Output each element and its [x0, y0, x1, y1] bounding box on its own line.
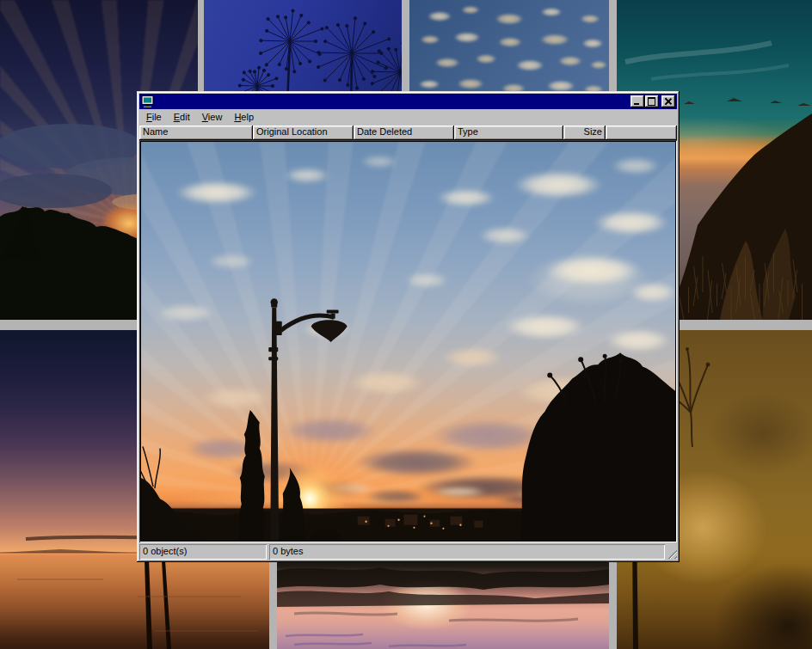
column-header-filler[interactable] — [606, 126, 677, 140]
cloud — [451, 31, 483, 44]
cloud — [556, 55, 585, 67]
column-header-size[interactable]: Size — [563, 126, 606, 140]
menu-item-view[interactable]: View — [196, 110, 229, 125]
cloud — [416, 79, 442, 89]
menu-bar: FileEditViewHelp — [139, 109, 677, 126]
minimize-icon — [634, 103, 639, 105]
cloud — [537, 33, 573, 46]
cloud — [513, 58, 547, 72]
computer-icon[interactable] — [141, 95, 155, 107]
cloud — [538, 7, 564, 17]
maximize-button[interactable] — [645, 95, 659, 107]
status-size: 0 bytes — [269, 544, 665, 560]
street-lamp-silhouette — [268, 298, 347, 541]
column-header-type[interactable]: Type — [454, 126, 563, 140]
cloud — [473, 53, 499, 64]
cypress-tree-silhouette — [239, 410, 265, 541]
minimize-button[interactable] — [631, 95, 644, 107]
status-object-count: 0 object(s) — [139, 544, 267, 560]
recycle-bin-window: FileEditViewHelp NameOriginal LocationDa… — [137, 91, 680, 562]
silhouette-overlay — [141, 142, 675, 541]
cloud — [432, 57, 463, 69]
resize-grip[interactable] — [666, 548, 677, 559]
cloud — [580, 38, 606, 49]
cloud — [459, 5, 482, 15]
window-titlebar[interactable] — [139, 94, 677, 109]
right-tree-silhouette — [520, 352, 675, 541]
maximize-icon — [648, 97, 655, 106]
list-view[interactable] — [139, 140, 677, 542]
menu-item-file[interactable]: File — [140, 110, 168, 125]
menu-item-edit[interactable]: Edit — [168, 110, 196, 125]
status-bar: 0 object(s) 0 bytes — [139, 544, 677, 560]
cloud — [418, 34, 442, 45]
column-header-original-location[interactable]: Original Location — [253, 126, 354, 140]
window-controls — [630, 95, 675, 107]
sunset-streetlamp-photo — [141, 142, 675, 541]
close-button[interactable] — [661, 95, 675, 107]
cloud — [492, 12, 526, 26]
cloud — [454, 77, 487, 90]
cloud — [578, 14, 602, 24]
cloud — [588, 60, 609, 70]
column-header-name[interactable]: Name — [139, 126, 253, 140]
cloud — [495, 36, 525, 48]
column-header-date-deleted[interactable]: Date Deleted — [354, 126, 454, 140]
cloud — [425, 10, 454, 22]
close-icon — [664, 98, 672, 105]
menu-item-help[interactable]: Help — [228, 110, 260, 125]
column-header-row: NameOriginal LocationDate DeletedTypeSiz… — [139, 126, 677, 140]
